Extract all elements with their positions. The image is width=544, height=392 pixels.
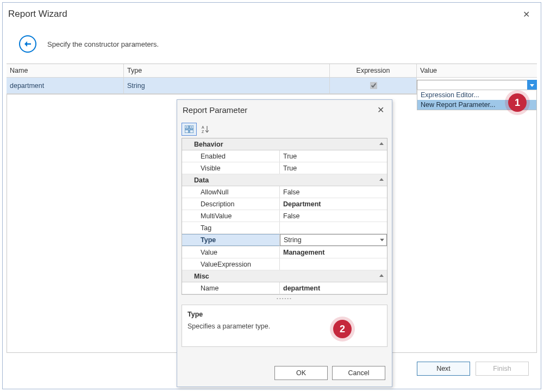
col-header-value[interactable]: Value xyxy=(417,64,537,78)
ok-button[interactable]: OK xyxy=(274,366,328,380)
prop-visible[interactable]: Visible True xyxy=(182,162,387,174)
finish-button: Finish xyxy=(476,362,529,376)
chevron-up-icon xyxy=(379,142,384,145)
cell-expression[interactable] xyxy=(330,78,417,94)
wizard-title: Report Wizard xyxy=(8,9,67,20)
grid-header: Name Type Expression Value xyxy=(7,64,537,78)
category-behavior[interactable]: Behavior xyxy=(182,138,387,150)
col-header-expression[interactable]: Expression xyxy=(330,64,417,78)
prop-valueexpression[interactable]: ValueExpression xyxy=(182,258,387,270)
sort-az-icon: A Z xyxy=(202,125,209,134)
prop-value[interactable]: Value Management xyxy=(182,246,387,258)
cell-type: String xyxy=(124,78,330,94)
svg-rect-3 xyxy=(190,130,193,133)
description-text: Specifies a parameter type. xyxy=(187,323,382,330)
svg-text:A: A xyxy=(202,125,204,129)
menu-new-report-parameter[interactable]: New Report Parameter... xyxy=(417,100,536,110)
arrow-left-icon xyxy=(24,41,31,47)
expression-checkbox[interactable] xyxy=(370,82,377,89)
popup-footer: OK Cancel xyxy=(177,357,392,387)
svg-rect-2 xyxy=(185,130,189,133)
svg-text:Z: Z xyxy=(202,130,204,134)
wizard-instruction: Specify the constructor parameters. xyxy=(47,40,159,48)
col-header-name[interactable]: Name xyxy=(7,64,124,78)
prop-multivalue[interactable]: MultiValue False xyxy=(182,210,387,222)
prop-description[interactable]: Description Department xyxy=(182,198,387,210)
close-icon[interactable]: ✕ xyxy=(520,7,533,22)
parameter-grid: Name Type Expression Value department St… xyxy=(7,64,537,94)
alphabetical-view-button[interactable]: A Z xyxy=(198,123,213,136)
chevron-down-icon xyxy=(530,84,534,87)
chevron-up-icon xyxy=(379,274,384,277)
prop-type[interactable]: Type String xyxy=(182,234,387,246)
categorized-icon xyxy=(185,125,193,133)
cell-name: department xyxy=(7,78,124,94)
property-grid: Behavior Enabled True Visible True Data … xyxy=(182,138,387,295)
col-header-type[interactable]: Type xyxy=(124,64,330,78)
close-icon[interactable]: ✕ xyxy=(375,104,386,116)
wizard-instruction-bar: Specify the constructor parameters. xyxy=(3,26,541,64)
category-misc[interactable]: Misc xyxy=(182,270,387,282)
splitter-grip[interactable]: •••••• xyxy=(177,296,392,300)
property-description: Type Specifies a parameter type. xyxy=(182,305,387,347)
prop-name[interactable]: Name department xyxy=(182,282,387,294)
prop-allownull[interactable]: AllowNull False xyxy=(182,186,387,198)
next-button[interactable]: Next xyxy=(417,362,470,376)
wizard-titlebar: Report Wizard ✕ xyxy=(3,3,541,26)
property-toolbar: A Z xyxy=(177,119,392,138)
description-title: Type xyxy=(187,311,382,318)
popup-titlebar: Report Parameter ✕ xyxy=(177,100,392,119)
prop-enabled[interactable]: Enabled True xyxy=(182,150,387,162)
categorized-view-button[interactable] xyxy=(182,123,197,136)
prop-type-value: String xyxy=(284,236,302,244)
category-data[interactable]: Data xyxy=(182,174,387,186)
cell-value[interactable]: Expression Editor... New Report Paramete… xyxy=(417,78,537,94)
back-button[interactable] xyxy=(19,35,36,53)
chevron-down-icon[interactable] xyxy=(380,239,384,242)
value-dropdown-menu: Expression Editor... New Report Paramete… xyxy=(417,90,537,110)
report-parameter-popup: Report Parameter ✕ A Z Behavior xyxy=(177,99,392,387)
popup-title: Report Parameter xyxy=(183,105,247,115)
menu-expression-editor[interactable]: Expression Editor... xyxy=(417,90,536,100)
chevron-up-icon xyxy=(379,178,384,181)
cancel-button[interactable]: Cancel xyxy=(332,366,385,380)
prop-tag[interactable]: Tag xyxy=(182,222,387,234)
grid-row-department[interactable]: department String Expression Editor... N… xyxy=(7,78,537,94)
